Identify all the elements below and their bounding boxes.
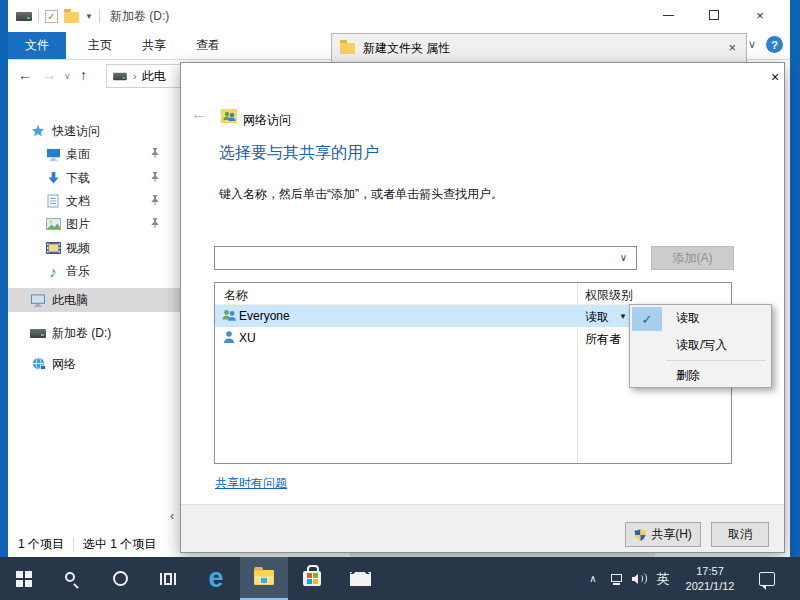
explorer-titlebar: ✓ ▼ 新加卷 (D:) × [8,0,790,32]
language-indicator[interactable]: 英 [652,557,674,600]
sidebar-item-this-pc[interactable]: 此电脑 [8,288,180,312]
user-name: XU [239,331,256,345]
sidebar-item-music[interactable]: ♪ 音乐 [8,259,180,283]
tab-view[interactable]: 查看 [182,32,234,59]
cancel-button[interactable]: 取消 [711,522,769,547]
column-header-name[interactable]: 名称 [224,287,248,304]
scroll-left-chevron-icon[interactable]: ‹ [170,508,174,523]
search-icon [64,571,80,587]
drive-icon [16,12,32,21]
sidebar-item-label: 视频 [66,240,90,257]
up-icon[interactable]: ↑ [80,67,87,83]
group-icon [221,308,237,323]
sharing-trouble-link[interactable]: 共享时有问题 [215,475,287,492]
qat-customize-chevron-icon[interactable]: ▼ [85,12,93,21]
sidebar-item-new-volume-d[interactable]: 新加卷 (D:) [8,321,180,345]
clock[interactable]: 17:57 2021/1/12 [678,557,742,600]
close-icon[interactable]: × [728,40,736,55]
chevron-down-icon[interactable]: ∨ [620,252,627,263]
window-title: 新加卷 (D:) [110,8,169,25]
action-center-button[interactable] [752,557,782,600]
maximize-icon [709,10,719,20]
selected-count: 选中 1 个项目 [83,536,156,553]
help-icon[interactable]: ? [766,36,783,53]
download-arrow-icon [45,170,61,186]
sidebar-item-quick-access[interactable]: 快速访问 [8,119,180,143]
menu-item-remove[interactable]: 删除 [630,362,771,388]
time: 17:57 [686,564,735,578]
cortana-icon [113,571,128,586]
tab-home[interactable]: 主页 [74,32,126,59]
back-icon[interactable]: ← [191,105,207,123]
back-icon[interactable]: ← [18,67,32,83]
task-view-icon [160,573,176,585]
sidebar-item-network[interactable]: 网络 [8,352,180,376]
recent-locations-chevron-icon[interactable]: ∨ [64,71,71,81]
properties-checkbox-icon[interactable]: ✓ [45,10,58,23]
desktop: ✓ ▼ 新加卷 (D:) × 文件 主页 共享 查看 ∨ ? ← → ∨ ↑ [0,0,800,600]
film-icon [45,240,61,256]
permission-value: 所有者 [585,331,621,348]
tab-file[interactable]: 文件 [8,32,66,59]
divider [73,538,74,551]
properties-dialog-title: 新建文件夹 属性 [363,40,450,57]
status-bar: 1 个项目 选中 1 个项目 [8,531,180,557]
mail-button[interactable] [336,557,384,600]
sidebar-item-label: 图片 [66,216,90,233]
user-combobox[interactable]: ∨ [214,246,637,270]
navigation-pane: 快速访问 桌面 下载 [8,92,180,529]
show-hidden-icons-button[interactable]: ∧ [583,557,603,600]
drive-icon [30,325,46,341]
sidebar-item-downloads[interactable]: 下载 [8,166,180,190]
sidebar-item-documents[interactable]: 文档 [8,189,180,213]
new-folder-icon[interactable] [64,12,79,23]
taskbar: e ∧ 英 17:57 2021/1/12 [0,557,800,600]
task-view-button[interactable] [144,557,192,600]
share-button-label: 共享(H) [651,526,692,543]
permission-dropdown-icon[interactable]: ▼ [619,312,627,321]
network-tray-button[interactable] [605,557,627,600]
sidebar-item-desktop[interactable]: 桌面 [8,142,180,166]
volume-tray-button[interactable] [629,557,651,600]
close-button[interactable]: × [765,69,785,87]
user-name: Everyone [239,309,290,323]
edge-button[interactable]: e [192,557,240,600]
minimize-button[interactable] [645,0,691,30]
tab-share[interactable]: 共享 [128,32,180,59]
permission-value: 读取 [585,309,609,326]
edge-icon: e [208,565,223,592]
search-button[interactable] [48,557,96,600]
maximize-button[interactable] [691,0,737,30]
breadcrumb[interactable]: 此电 [142,68,166,85]
forward-icon[interactable]: → [42,67,56,83]
share-button[interactable]: 共享(H) [625,522,701,547]
column-header-permission[interactable]: 权限级别 [585,287,633,304]
sidebar-item-label: 音乐 [66,263,90,280]
close-button[interactable]: × [737,0,783,30]
network-icon [609,573,624,585]
permission-menu: ✓ 读取 读取/写入 删除 [629,304,772,388]
file-explorer-button[interactable] [240,557,288,600]
computer-icon [30,292,46,308]
expand-ribbon-chevron-icon[interactable]: ∨ [748,38,756,51]
music-note-icon: ♪ [45,263,61,279]
start-button[interactable] [0,557,48,600]
menu-item-read[interactable]: 读取 [630,305,771,332]
breadcrumb-separator-icon: › [133,70,137,82]
sidebar-item-label: 下载 [66,170,90,187]
drive-icon [113,72,127,80]
users-icon [221,109,237,123]
list-header: 名称 权限级别 [215,283,731,305]
menu-separator [666,360,766,361]
add-button[interactable]: 添加(A) [651,246,734,270]
cortana-button[interactable] [96,557,144,600]
properties-dialog-titlebar[interactable]: 新建文件夹 属性 × [331,33,747,62]
user-combobox-input[interactable] [217,249,612,267]
store-icon [303,571,321,586]
uac-shield-icon [634,528,647,542]
star-icon [30,123,46,139]
menu-item-read-write[interactable]: 读取/写入 [630,332,771,359]
store-button[interactable] [288,557,336,600]
sidebar-item-videos[interactable]: 视频 [8,236,180,260]
sidebar-item-pictures[interactable]: 图片 [8,212,180,236]
